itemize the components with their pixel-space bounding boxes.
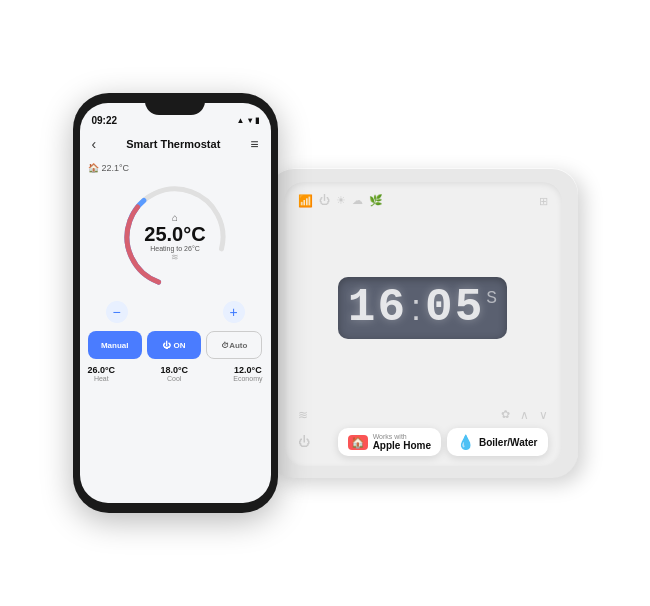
flame-icon: ≋ bbox=[144, 252, 205, 262]
boiler-label: Boiler/Water bbox=[479, 437, 538, 448]
works-with-label: Works with bbox=[373, 433, 431, 440]
up-arrow-icon: ∧ bbox=[520, 408, 529, 422]
mode-buttons: Manual ⏻ ON ⏱ Auto bbox=[88, 331, 263, 359]
leaf-icon: 🌿 bbox=[369, 194, 383, 208]
heat-temp: 26.0°C bbox=[88, 365, 116, 375]
home-temp-value: 22.1°C bbox=[102, 163, 130, 173]
nav-bar: ‹ Smart Thermostat ≡ bbox=[80, 129, 271, 159]
increase-button[interactable]: + bbox=[223, 301, 245, 323]
led-display: 16 : 05 S bbox=[298, 214, 548, 402]
flame-device-icon: ≋ bbox=[298, 408, 308, 422]
manual-mode-button[interactable]: Manual bbox=[88, 331, 142, 359]
on-mode-button[interactable]: ⏻ ON bbox=[147, 331, 201, 359]
thermostat-device: 📶 ⏻ ☀ ☁ 🌿 ⊞ 16 : 05 S bbox=[268, 168, 578, 478]
device-icons-left: 📶 ⏻ ☀ ☁ 🌿 bbox=[298, 194, 383, 208]
preset-heat[interactable]: 26.0°C Heat bbox=[88, 365, 116, 382]
phone: 09:22 ▲ ▾ ▮ ‹ Smart Thermostat ≡ 🏠 22.1°… bbox=[73, 93, 278, 513]
wifi-device-icon: 📶 bbox=[298, 194, 313, 208]
wifi-icon: ▾ bbox=[248, 116, 252, 125]
home-temp: 🏠 22.1°C bbox=[88, 163, 263, 173]
device-icons-right: ⊞ bbox=[539, 195, 548, 208]
device-icons-top: 📶 ⏻ ☀ ☁ 🌿 ⊞ bbox=[298, 194, 548, 208]
phone-notch bbox=[145, 93, 205, 115]
cloud-icon: ☁ bbox=[352, 194, 363, 208]
home-icon: 🏠 bbox=[88, 163, 99, 173]
dial-center: ⌂ 25.0°C Heating to 26°C ≋ bbox=[144, 212, 205, 262]
led-minutes: 05 bbox=[425, 285, 484, 331]
page-title: Smart Thermostat bbox=[126, 138, 220, 150]
menu-button[interactable]: ≡ bbox=[250, 136, 258, 152]
cool-temp: 18.0°C bbox=[160, 365, 188, 375]
device-arrows: ✿ ∧ ∨ bbox=[501, 408, 548, 422]
temp-controls: − + bbox=[88, 301, 263, 323]
apple-icon: 🏠 bbox=[348, 435, 368, 450]
phone-screen: 09:22 ▲ ▾ ▮ ‹ Smart Thermostat ≡ 🏠 22.1°… bbox=[80, 103, 271, 503]
current-temp: 25.0°C bbox=[144, 223, 205, 245]
fan-icon: ✿ bbox=[501, 408, 510, 422]
heat-label: Heat bbox=[88, 375, 116, 382]
preset-economy[interactable]: 12.0°C Economy bbox=[233, 365, 262, 382]
boiler-water-badge: 💧 Boiler/Water bbox=[447, 428, 548, 456]
power-device-icon: ⏻ bbox=[319, 194, 330, 208]
schedule-icon: ⏱ bbox=[221, 341, 229, 350]
water-icon: 💧 bbox=[457, 434, 474, 450]
grid-icon: ⊞ bbox=[539, 195, 548, 208]
auto-mode-button[interactable]: ⏱ Auto bbox=[206, 331, 262, 359]
down-arrow-icon: ∨ bbox=[539, 408, 548, 422]
cool-label: Cool bbox=[160, 375, 188, 382]
apple-home-badge: 🏠 Works with Apple Home bbox=[338, 428, 441, 456]
economy-temp: 12.0°C bbox=[233, 365, 262, 375]
economy-label: Economy bbox=[233, 375, 262, 382]
decrease-button[interactable]: − bbox=[106, 301, 128, 323]
power-icon: ⏻ bbox=[162, 341, 170, 350]
presets-row: 26.0°C Heat 18.0°C Cool 12.0°C Economy bbox=[88, 365, 263, 382]
led-colon: : bbox=[411, 290, 421, 326]
app-content: 🏠 22.1°C ⌂ 2 bbox=[80, 159, 271, 503]
back-button[interactable]: ‹ bbox=[92, 136, 97, 152]
power-bottom-icon: ⏻ bbox=[298, 435, 310, 449]
preset-cool[interactable]: 18.0°C Cool bbox=[160, 365, 188, 382]
sun-icon: ☀ bbox=[336, 194, 346, 208]
led-background: 16 : 05 S bbox=[338, 277, 507, 339]
led-hours: 16 bbox=[348, 285, 407, 331]
thermostat-dial[interactable]: ⌂ 25.0°C Heating to 26°C ≋ bbox=[88, 177, 263, 297]
led-small: S bbox=[486, 289, 497, 307]
device-badges: 🏠 Works with Apple Home 💧 Boiler/Water bbox=[338, 428, 548, 456]
device-icons-bottom: ≋ ✿ ∧ ∨ bbox=[298, 408, 548, 422]
device-bottom-row: ⏻ 🏠 Works with Apple Home 💧 Boiler/Water bbox=[298, 428, 548, 456]
signal-icon: ▲ bbox=[237, 116, 245, 125]
heating-label: Heating to 26°C bbox=[144, 245, 205, 252]
status-icons: ▲ ▾ ▮ bbox=[237, 116, 259, 125]
home-center-icon: ⌂ bbox=[144, 212, 205, 223]
battery-icon: ▮ bbox=[255, 116, 259, 125]
device-inner: 📶 ⏻ ☀ ☁ 🌿 ⊞ 16 : 05 S bbox=[284, 182, 562, 466]
scene: 09:22 ▲ ▾ ▮ ‹ Smart Thermostat ≡ 🏠 22.1°… bbox=[0, 0, 650, 606]
apple-home-label: Apple Home bbox=[373, 440, 431, 451]
status-time: 09:22 bbox=[92, 115, 118, 126]
